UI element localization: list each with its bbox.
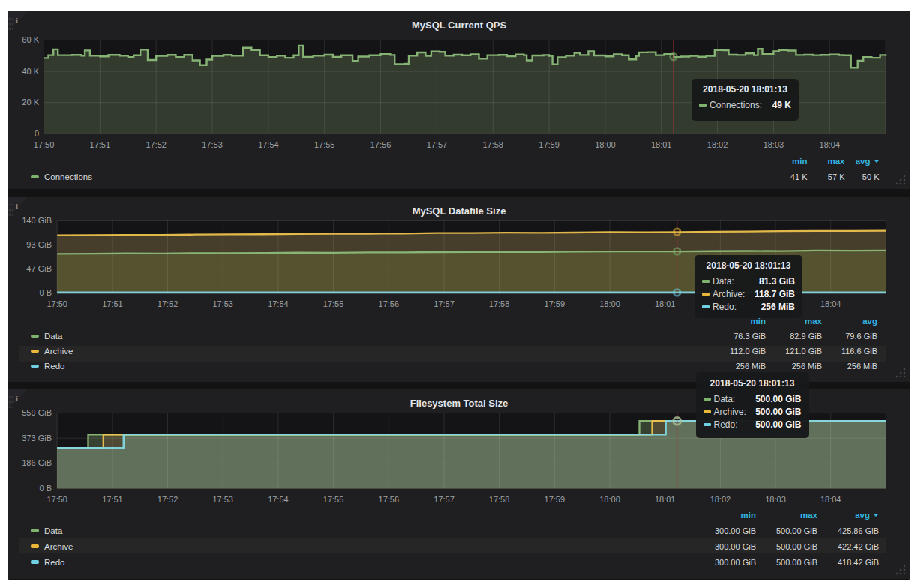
svg-text:17:54: 17:54 [268, 495, 289, 504]
svg-text:559 GiB: 559 GiB [22, 408, 52, 417]
svg-text:17:52: 17:52 [146, 140, 166, 149]
svg-text:17:54: 17:54 [268, 299, 289, 308]
svg-text:18:01: 18:01 [655, 299, 676, 308]
svg-text:17:59: 17:59 [544, 495, 566, 504]
svg-text:17:56: 17:56 [370, 140, 392, 149]
svg-text:17:50: 17:50 [34, 140, 55, 149]
svg-text:17:52: 17:52 [158, 299, 178, 308]
svg-text:18:04: 18:04 [820, 299, 842, 308]
svg-text:93 GiB: 93 GiB [26, 240, 52, 249]
svg-text:17:56: 17:56 [379, 299, 400, 308]
svg-text:186 GiB: 186 GiB [22, 458, 52, 467]
svg-text:0 B: 0 B [39, 484, 52, 493]
svg-text:17:54: 17:54 [258, 140, 279, 149]
svg-text:17:57: 17:57 [434, 299, 454, 308]
svg-text:17:51: 17:51 [90, 140, 111, 149]
svg-text:17:59: 17:59 [544, 299, 566, 308]
svg-text:140 GiB: 140 GiB [22, 216, 52, 225]
svg-text:60 K: 60 K [22, 35, 39, 44]
svg-text:18:00: 18:00 [595, 140, 616, 149]
svg-text:17:55: 17:55 [323, 495, 344, 504]
svg-text:18:04: 18:04 [820, 495, 842, 504]
svg-text:18:03: 18:03 [765, 495, 786, 504]
svg-text:17:52: 17:52 [158, 495, 178, 504]
svg-text:17:51: 17:51 [102, 299, 123, 308]
svg-text:17:53: 17:53 [202, 140, 223, 149]
svg-text:17:58: 17:58 [482, 140, 503, 149]
svg-text:17:53: 17:53 [212, 299, 233, 308]
svg-text:17:50: 17:50 [46, 495, 68, 504]
svg-text:17:58: 17:58 [489, 299, 510, 308]
svg-text:18:00: 18:00 [599, 299, 620, 308]
svg-text:18:01: 18:01 [655, 495, 676, 504]
svg-text:18:01: 18:01 [651, 140, 672, 149]
svg-text:17:53: 17:53 [212, 495, 233, 504]
svg-text:17:57: 17:57 [427, 140, 448, 149]
svg-text:0 B: 0 B [39, 288, 52, 297]
svg-text:40 K: 40 K [22, 67, 39, 76]
svg-text:18:03: 18:03 [764, 140, 784, 149]
svg-text:20 K: 20 K [22, 98, 39, 106]
svg-text:47 GiB: 47 GiB [26, 264, 52, 273]
svg-text:18:04: 18:04 [820, 140, 841, 149]
svg-text:0: 0 [34, 129, 39, 138]
svg-text:17:50: 17:50 [46, 299, 68, 308]
svg-text:17:57: 17:57 [434, 495, 454, 504]
svg-text:17:51: 17:51 [102, 495, 123, 504]
svg-text:17:55: 17:55 [314, 140, 335, 149]
svg-text:18:02: 18:02 [707, 140, 728, 149]
svg-text:17:59: 17:59 [538, 140, 560, 149]
svg-text:17:55: 17:55 [323, 299, 344, 308]
svg-text:373 GiB: 373 GiB [22, 434, 52, 442]
svg-text:17:56: 17:56 [379, 495, 400, 504]
svg-text:18:00: 18:00 [599, 495, 620, 504]
svg-text:17:58: 17:58 [489, 495, 510, 504]
svg-text:18:02: 18:02 [710, 495, 731, 504]
